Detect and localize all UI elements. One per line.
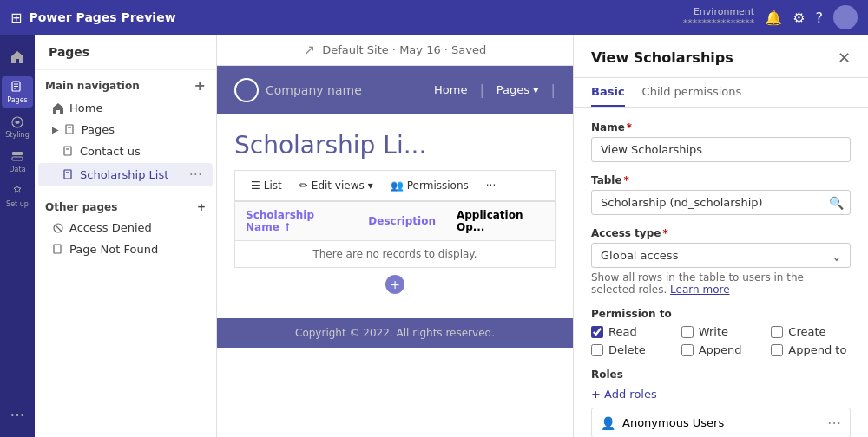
- preview-back-icon[interactable]: ↗: [304, 42, 315, 58]
- permissions-btn[interactable]: 👥 Permissions: [382, 176, 477, 195]
- role-anonymous-label: Anonymous Users: [622, 416, 724, 429]
- page-icon-notfound: [52, 244, 64, 256]
- svg-rect-11: [64, 170, 71, 179]
- nav-item-access-denied[interactable]: Access Denied: [38, 218, 213, 238]
- permission-to-group: Permission to Read Write Create: [591, 308, 851, 356]
- access-type-select-wrap: Global access: [591, 243, 851, 268]
- nav-item-scholarship-list[interactable]: Scholarship List ···: [38, 163, 213, 186]
- scholarship-more-btn[interactable]: ···: [189, 166, 202, 183]
- table-field-group: Table * 🔍: [591, 174, 851, 215]
- sidebar-item-home[interactable]: [2, 42, 33, 73]
- perm-write: Write: [681, 325, 761, 338]
- svg-rect-5: [12, 152, 23, 155]
- chevron-icon: ▶: [52, 125, 59, 134]
- col-application[interactable]: Application Op...: [446, 202, 556, 241]
- table-header-row: Scholarship Name ↑ Description Applicati…: [235, 202, 556, 241]
- page-icon-access: [52, 222, 64, 234]
- home-icon: [52, 102, 64, 114]
- sidebar-item-more[interactable]: ···: [2, 399, 33, 430]
- edit-views-chevron: ▾: [368, 179, 373, 192]
- page-icon-scholarship: [62, 169, 75, 181]
- env-label: Environment: [683, 6, 755, 17]
- preview-topbar-text: Default Site · May 16 · Saved: [322, 43, 486, 56]
- perm-append-to-checkbox[interactable]: [771, 344, 783, 356]
- pages-panel-header: Pages: [35, 35, 216, 70]
- col-description[interactable]: Description: [358, 202, 446, 241]
- svg-rect-6: [12, 157, 23, 160]
- perm-delete: Delete: [591, 343, 671, 356]
- help-icon[interactable]: ?: [816, 10, 824, 26]
- panel-tabs: Basic Child permissions: [574, 78, 868, 108]
- col-scholarship-name[interactable]: Scholarship Name ↑: [235, 202, 358, 241]
- records-table: Scholarship Name ↑ Description Applicati…: [234, 201, 556, 268]
- name-input[interactable]: [591, 137, 851, 162]
- scroll-indicator: +: [234, 268, 556, 301]
- permission-to-label: Permission to: [591, 308, 851, 320]
- add-other-page-btn[interactable]: +: [197, 201, 206, 213]
- close-panel-btn[interactable]: ✕: [838, 49, 851, 67]
- name-required: *: [627, 121, 632, 134]
- icon-sidebar: Pages Styling Data Set up ···: [0, 35, 35, 437]
- settings-icon[interactable]: ⚙: [792, 10, 805, 26]
- site-logo-text: Company name: [266, 83, 362, 97]
- perm-write-checkbox[interactable]: [681, 326, 694, 338]
- edit-views-btn[interactable]: ✏ Edit views ▾: [291, 176, 382, 195]
- nav-home-label: Home: [69, 101, 202, 114]
- nav-item-pages[interactable]: ▶ Pages: [38, 120, 213, 140]
- access-type-group: Access type * Global access Show all row…: [591, 227, 851, 296]
- sidebar-data-label: Data: [9, 166, 25, 173]
- sidebar-item-data[interactable]: Data: [2, 146, 33, 177]
- perm-read-checkbox[interactable]: [591, 326, 603, 338]
- sidebar-item-styling[interactable]: Styling: [2, 111, 33, 142]
- table-input[interactable]: [591, 190, 851, 215]
- notification-icon[interactable]: 🔔: [765, 10, 782, 26]
- no-records-msg: There are no records to display.: [235, 241, 556, 268]
- perm-append-to: Append to: [771, 343, 851, 356]
- perm-append-to-label: Append to: [788, 343, 846, 356]
- site-nav-home[interactable]: Home: [422, 83, 479, 96]
- perm-create-label: Create: [788, 325, 825, 338]
- perm-read-label: Read: [608, 325, 637, 338]
- chevron-down-icon: ▾: [533, 83, 539, 96]
- role-anonymous: 👤 Anonymous Users ⋯: [591, 408, 851, 437]
- svg-rect-15: [54, 245, 61, 253]
- avatar[interactable]: [833, 5, 858, 29]
- table-required: *: [624, 174, 629, 186]
- list-view-btn[interactable]: ☰ List: [242, 176, 291, 195]
- site-nav-pages[interactable]: Pages ▾: [484, 83, 551, 96]
- perm-delete-checkbox[interactable]: [591, 344, 603, 356]
- sidebar-item-setup[interactable]: Set up: [2, 180, 33, 212]
- tab-basic[interactable]: Basic: [591, 78, 625, 107]
- site-footer: Copyright © 2022. All rights reserved.: [217, 318, 573, 348]
- edit-views-icon: ✏: [299, 179, 308, 192]
- nav-item-contact[interactable]: Contact us: [38, 141, 213, 161]
- sidebar-item-pages[interactable]: Pages: [2, 76, 33, 108]
- permissions-icon: 👥: [391, 179, 404, 192]
- role-icon-anonymous: 👤: [601, 416, 615, 430]
- more-icon: ···: [486, 179, 496, 192]
- role-anonymous-more[interactable]: ⋯: [827, 414, 841, 431]
- perm-append-checkbox[interactable]: [681, 344, 694, 356]
- site-header: Company name Home | Pages ▾ |: [217, 66, 573, 114]
- tab-child-permissions[interactable]: Child permissions: [642, 78, 742, 107]
- learn-more-link[interactable]: Learn more: [670, 284, 729, 296]
- add-main-nav-btn[interactable]: +: [194, 77, 206, 94]
- footer-text: Copyright © 2022. All rights reserved.: [295, 327, 495, 339]
- nav-item-home[interactable]: Home: [38, 98, 213, 118]
- more-options-btn[interactable]: ···: [477, 176, 504, 195]
- svg-line-14: [56, 225, 62, 231]
- nav-pages-label: Pages: [82, 123, 202, 136]
- perm-read: Read: [591, 325, 671, 338]
- scroll-plus-btn[interactable]: +: [385, 275, 404, 294]
- name-field-group: Name *: [591, 121, 851, 162]
- nav-item-page-not-found[interactable]: Page Not Found: [38, 239, 213, 259]
- add-roles-btn[interactable]: + Add roles: [591, 388, 657, 401]
- access-type-select[interactable]: Global access: [591, 243, 851, 268]
- list-icon: ☰: [251, 179, 260, 192]
- sidebar-pages-label: Pages: [7, 96, 28, 104]
- site-body: Scholarship Li... ☰ List ✏ Edit views ▾ …: [217, 114, 573, 318]
- main-nav-header: Main navigation +: [35, 70, 216, 97]
- perm-create-checkbox[interactable]: [771, 326, 783, 338]
- perm-append-label: Append: [699, 343, 742, 356]
- name-label: Name *: [591, 121, 851, 134]
